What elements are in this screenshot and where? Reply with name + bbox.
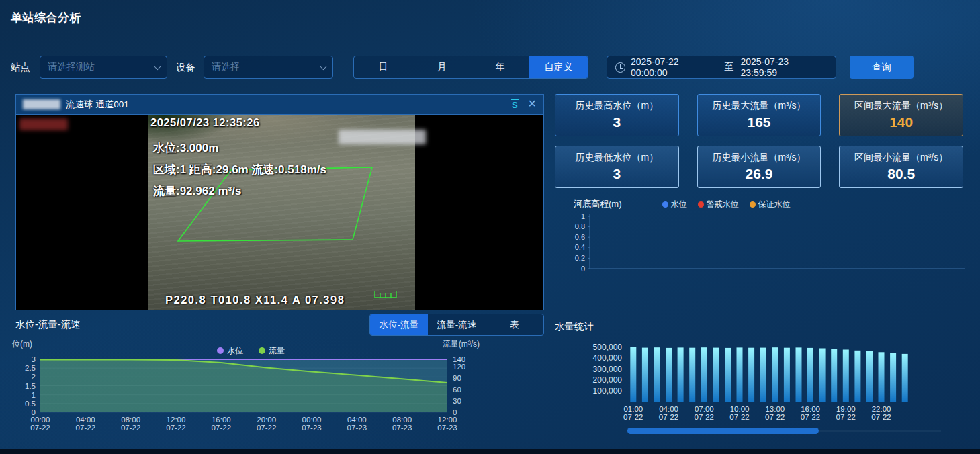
x-axis-label: 00:0007-23 — [302, 416, 321, 432]
video-actions: S ✕ — [511, 99, 537, 110]
redaction-blur — [19, 118, 68, 130]
video-title: 流速球 通道001 — [66, 99, 129, 111]
stat-value: 3 — [555, 166, 678, 181]
volume-bar — [807, 348, 813, 402]
axis-label: 500,000 — [593, 343, 623, 352]
axis-label: 1 — [581, 212, 585, 220]
period-option-1[interactable]: 日 — [354, 56, 412, 78]
riverbed-legend: 水位警戒水位保证水位 — [662, 199, 791, 210]
legend-label: 水位 — [671, 199, 687, 210]
axis-label: 1 — [32, 391, 36, 399]
stat-label: 历史最大流量（m³/s） — [698, 100, 821, 112]
x-axis-label: 08:0007-23 — [392, 416, 412, 432]
volume-bar — [819, 349, 826, 402]
period-option-2[interactable]: 月 — [412, 56, 471, 78]
video-panel: 流速球 通道001 S ✕ 2025/07/23 12:35:26 水位:3.0… — [15, 94, 544, 310]
volume-bar — [748, 348, 754, 402]
device-select[interactable]: 请选择 — [204, 56, 333, 79]
redaction-blur — [339, 130, 426, 144]
legend-dot[interactable] — [217, 347, 224, 354]
level-flow-chart-svg: 位(m)流量(m³/s)水位流量00.511.522.5303060901201… — [11, 337, 482, 450]
stat-value: 80.5 — [840, 166, 963, 181]
app-root: 单站综合分析 站点 请选择测站 设备 请选择 日月年自定义 2025-07-22… — [0, 0, 980, 454]
close-icon[interactable]: ✕ — [528, 99, 537, 109]
axis-label: 0.8 — [575, 222, 585, 230]
chevron-down-icon — [320, 62, 327, 70]
volume-bar — [737, 347, 743, 402]
axis-label: 水位 — [227, 346, 243, 355]
x-axis-label: 20:0007-22 — [257, 416, 276, 432]
device-select-value: 请选择 — [212, 61, 240, 73]
tab-2[interactable]: 流量-流速 — [428, 314, 486, 335]
period-option-4[interactable]: 自定义 — [529, 56, 588, 78]
osd-flow: 流量:92.962 m³/s — [153, 181, 326, 202]
axis-label: 120 — [453, 363, 465, 371]
date-start: 2025-07-22 00:00:00 — [631, 56, 718, 78]
stat-label: 历史最低水位（m） — [555, 152, 678, 164]
osd-area-velocity: 区域:1 距高:29.6m 流速:0.518m/s — [153, 159, 326, 181]
video-frame: 2025/07/23 12:35:26 水位:3.000m 区域:1 距高:29… — [16, 115, 543, 310]
stats-grid: 历史最高水位（m）3历史最大流量（m³/s）165区间最大流量（m³/s）140… — [555, 94, 963, 188]
axis-label: 400,000 — [593, 353, 623, 363]
stream-switch-icon[interactable]: S — [511, 99, 519, 110]
date-range-picker[interactable]: 2025-07-22 00:00:00 至 2025-07-23 23:59:5… — [607, 56, 836, 79]
station-label: 站点 — [11, 61, 30, 74]
date-end: 2025-07-23 23:59:59 — [741, 56, 828, 78]
axis-label: 0.5 — [25, 400, 36, 408]
volume-bar — [831, 349, 837, 402]
x-axis-label: 00:0007-22 — [30, 416, 50, 432]
volume-bar — [701, 347, 707, 402]
volume-bar — [642, 348, 648, 402]
volume-bar — [654, 347, 660, 402]
axis-label: 2.5 — [25, 364, 36, 372]
axis-label: 0 — [581, 265, 585, 273]
axis-label: 30 — [453, 397, 461, 405]
chart-tabs: 水位-流量流量-流速表 — [369, 314, 544, 336]
riverbed-chart-panel: 河底高程(m) 水位警戒水位保证水位 00.20.40.60.81 — [564, 197, 967, 277]
osd-camera-params: P220.8 T010.8 X11.4 A 07.398 — [165, 293, 345, 306]
volume-bar — [784, 348, 790, 402]
legend-item[interactable]: 保证水位 — [750, 199, 791, 210]
stat-value: 140 — [840, 114, 963, 130]
scrollbar-thumb[interactable] — [627, 428, 819, 434]
volume-bar — [843, 350, 849, 402]
axis-label: 90 — [453, 374, 461, 382]
level-flow-chart: 位(m)流量(m³/s)水位流量00.511.522.5303060901201… — [11, 337, 482, 450]
query-button[interactable]: 查询 — [850, 56, 914, 79]
x-axis-label: 12:0007-23 — [437, 416, 457, 432]
stat-card-2: 历史最大流量（m³/s）165 — [697, 94, 821, 136]
x-axis-label: 10:0007-22 — [729, 405, 749, 421]
osd-readings: 水位:3.000m 区域:1 距高:29.6m 流速:0.518m/s 流量:9… — [153, 138, 326, 202]
legend-item[interactable]: 警戒水位 — [698, 199, 739, 210]
axis-label: 流量 — [269, 346, 285, 355]
axis-label: 60 — [453, 385, 461, 394]
x-axis-label: 13:0007-22 — [765, 405, 785, 421]
volume-bar — [630, 347, 636, 402]
x-axis-label: 08:0007-22 — [121, 416, 140, 432]
tab-1[interactable]: 水位-流量 — [370, 314, 428, 335]
axis-label: 200,000 — [593, 375, 623, 385]
period-option-3[interactable]: 年 — [471, 56, 529, 78]
volume-bar — [678, 347, 684, 402]
page-title: 单站综合分析 — [11, 10, 969, 26]
volume-bar — [689, 348, 695, 402]
stat-card-1: 历史最高水位（m）3 — [555, 94, 679, 136]
station-select[interactable]: 请选择测站 — [40, 56, 167, 79]
legend-item[interactable]: 水位 — [662, 199, 687, 210]
stat-label: 区间最大流量（m³/s） — [840, 100, 963, 112]
osd-timestamp: 2025/07/23 12:35:26 — [150, 116, 260, 129]
legend-dot[interactable] — [259, 347, 265, 354]
axis-label: 1.5 — [25, 382, 36, 390]
x-axis-label: 16:0007-22 — [801, 405, 820, 421]
axis-label: 0.2 — [575, 254, 585, 262]
legend-label: 警戒水位 — [707, 199, 739, 210]
tab-3[interactable]: 表 — [486, 314, 543, 335]
volume-bar — [890, 353, 896, 402]
filter-bar: 站点 请选择测站 设备 请选择 日月年自定义 2025-07-22 00:00:… — [11, 56, 969, 79]
volume-chart-title: 水量统计 — [555, 320, 594, 333]
stat-value: 165 — [698, 114, 821, 130]
axis-label: 流量(m³/s) — [443, 339, 480, 349]
riverbed-chart-svg: 00.20.40.60.81 — [564, 212, 967, 277]
volume-bar — [902, 354, 908, 402]
axis-label: 100,000 — [593, 386, 623, 396]
